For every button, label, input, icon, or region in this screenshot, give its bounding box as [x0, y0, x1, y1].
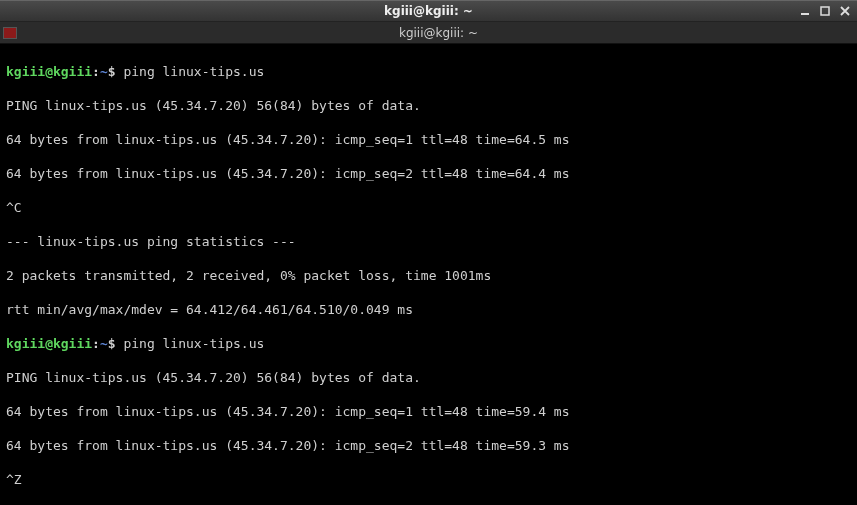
prompt-colon: :: [92, 336, 100, 351]
prompt-path: ~: [100, 336, 108, 351]
command-text: ping linux-tips.us: [116, 64, 265, 79]
close-button[interactable]: [839, 5, 851, 17]
output-line: 64 bytes from linux-tips.us (45.34.7.20)…: [6, 437, 851, 454]
output-line: ^Z: [6, 471, 851, 488]
maximize-button[interactable]: [819, 5, 831, 17]
prompt-line: kgiii@kgiii:~$ ping linux-tips.us: [6, 335, 851, 352]
prompt-user-host: kgiii@kgiii: [6, 64, 92, 79]
output-line: 64 bytes from linux-tips.us (45.34.7.20)…: [6, 403, 851, 420]
minimize-button[interactable]: [799, 5, 811, 17]
terminal-viewport[interactable]: kgiii@kgiii:~$ ping linux-tips.us PING l…: [0, 44, 857, 505]
output-line: ^C: [6, 199, 851, 216]
window-title: kgiii@kgiii: ~: [384, 4, 473, 18]
svg-rect-0: [801, 13, 809, 15]
output-line: 64 bytes from linux-tips.us (45.34.7.20)…: [6, 165, 851, 182]
prompt-dollar: $: [108, 64, 116, 79]
prompt-dollar: $: [108, 336, 116, 351]
prompt-user-host: kgiii@kgiii: [6, 336, 92, 351]
output-line: PING linux-tips.us (45.34.7.20) 56(84) b…: [6, 369, 851, 386]
output-line: 2 packets transmitted, 2 received, 0% pa…: [6, 267, 851, 284]
window-titlebar: kgiii@kgiii: ~: [0, 0, 857, 22]
output-line: PING linux-tips.us (45.34.7.20) 56(84) b…: [6, 97, 851, 114]
prompt-colon: :: [92, 64, 100, 79]
command-text: ping linux-tips.us: [116, 336, 265, 351]
window-controls: [799, 5, 851, 17]
output-line: --- linux-tips.us ping statistics ---: [6, 233, 851, 250]
terminal-icon: [3, 27, 17, 39]
output-line: rtt min/avg/max/mdev = 64.412/64.461/64.…: [6, 301, 851, 318]
tab-label[interactable]: kgiii@kgiii: ~: [20, 22, 857, 43]
tab-bar: kgiii@kgiii: ~: [0, 22, 857, 44]
prompt-line: kgiii@kgiii:~$ ping linux-tips.us: [6, 63, 851, 80]
output-line: 64 bytes from linux-tips.us (45.34.7.20)…: [6, 131, 851, 148]
prompt-path: ~: [100, 64, 108, 79]
tab-icon: [0, 22, 20, 43]
svg-rect-1: [821, 7, 829, 15]
